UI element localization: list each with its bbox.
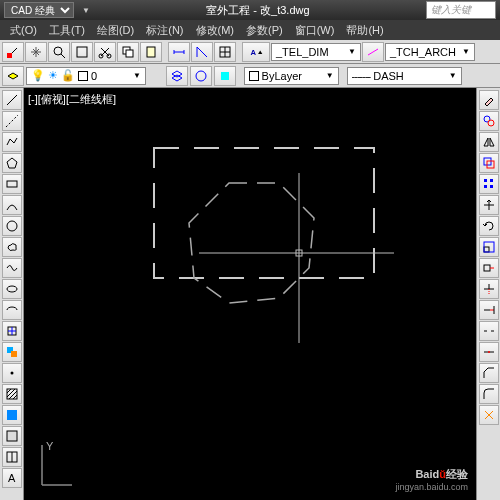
mtext-icon[interactable]: A xyxy=(2,468,22,488)
svg-rect-7 xyxy=(147,47,155,57)
chevron-down-icon: ▼ xyxy=(133,71,141,80)
line-icon[interactable] xyxy=(2,90,22,110)
offset-icon[interactable] xyxy=(479,153,499,173)
cut-icon[interactable] xyxy=(94,42,116,62)
rotate-icon[interactable] xyxy=(479,216,499,236)
menu-help[interactable]: 帮助(H) xyxy=(340,21,389,40)
extend-icon[interactable] xyxy=(479,300,499,320)
svg-point-10 xyxy=(196,71,206,81)
polyline-icon[interactable] xyxy=(2,132,22,152)
match-prop-icon[interactable] xyxy=(2,42,24,62)
layer-prop-icon[interactable] xyxy=(2,66,24,86)
svg-rect-24 xyxy=(154,148,374,278)
menu-params[interactable]: 参数(P) xyxy=(240,21,289,40)
svg-rect-37 xyxy=(484,265,490,271)
arch-style-combo[interactable]: _TCH_ARCH▼ xyxy=(385,43,475,61)
ellipse-arc-icon[interactable] xyxy=(2,300,22,320)
view-label: [-][俯视][二维线框] xyxy=(28,92,116,107)
layer-combo[interactable]: 💡☀🔓 0 ▼ xyxy=(26,67,146,85)
stretch-icon[interactable] xyxy=(479,258,499,278)
pan-icon[interactable] xyxy=(25,42,47,62)
watermark: Baidŭ经验 jingyan.baidu.com xyxy=(395,465,468,492)
ellipse-icon[interactable] xyxy=(2,279,22,299)
hatch-icon[interactable] xyxy=(2,384,22,404)
menu-window[interactable]: 窗口(W) xyxy=(289,21,341,40)
menu-format[interactable]: 式(O) xyxy=(4,21,43,40)
erase-icon[interactable] xyxy=(479,90,499,110)
paste-icon[interactable] xyxy=(140,42,162,62)
text-icon[interactable]: A xyxy=(242,42,270,62)
main-area: A [-][俯视][二维线框] Y Baidŭ经验 jingyan.baidu.… xyxy=(0,88,500,500)
dim-style-combo[interactable]: _TEL_DIM▼ xyxy=(271,43,361,61)
svg-text:A: A xyxy=(8,472,16,484)
svg-rect-21 xyxy=(7,431,17,441)
svg-rect-32 xyxy=(490,179,493,182)
menu-dimension[interactable]: 标注(N) xyxy=(140,21,189,40)
svg-rect-12 xyxy=(7,181,17,187)
polygon-icon[interactable] xyxy=(2,153,22,173)
chevron-down-icon: ▼ xyxy=(326,71,334,80)
drawing-content xyxy=(24,88,476,500)
scale-icon[interactable] xyxy=(479,237,499,257)
svg-point-18 xyxy=(11,372,14,375)
fillet-icon[interactable] xyxy=(479,384,499,404)
color-swatch xyxy=(78,71,88,81)
drawing-canvas[interactable]: [-][俯视][二维线框] Y Baidŭ经验 jingyan.baidu.co… xyxy=(24,88,476,500)
block-icon[interactable] xyxy=(2,342,22,362)
table-icon[interactable] xyxy=(214,42,236,62)
dim-tool-icon[interactable] xyxy=(362,42,384,62)
dropdown-icon[interactable]: ▼ xyxy=(82,6,90,15)
color-swatch xyxy=(249,71,259,81)
menu-modify[interactable]: 修改(M) xyxy=(190,21,241,40)
chamfer-icon[interactable] xyxy=(479,363,499,383)
zoom-icon[interactable] xyxy=(48,42,70,62)
dim-linear-icon[interactable] xyxy=(168,42,190,62)
trim-icon[interactable] xyxy=(479,279,499,299)
dim-angular-icon[interactable] xyxy=(191,42,213,62)
menu-tools[interactable]: 工具(T) xyxy=(43,21,91,40)
menu-draw[interactable]: 绘图(D) xyxy=(91,21,140,40)
svg-rect-33 xyxy=(484,185,487,188)
workspace-selector[interactable]: CAD 经典 xyxy=(4,2,74,18)
region-icon[interactable] xyxy=(2,426,22,446)
window-title: 室外工程 - 改_t3.dwg xyxy=(98,3,418,18)
xline-icon[interactable] xyxy=(2,111,22,131)
layer-states-icon[interactable] xyxy=(166,66,188,86)
svg-point-1 xyxy=(54,47,62,55)
circle-icon[interactable] xyxy=(2,216,22,236)
svg-rect-11 xyxy=(221,72,229,80)
join-icon[interactable] xyxy=(479,342,499,362)
array-icon[interactable] xyxy=(479,174,499,194)
search-input[interactable]: 键入关键 xyxy=(426,1,496,19)
rectangle-icon[interactable] xyxy=(2,174,22,194)
svg-point-28 xyxy=(488,120,494,126)
arc-icon[interactable] xyxy=(2,195,22,215)
layer-toolbar: 💡☀🔓 0 ▼ ByLayer ▼ ------- DASH ▼ xyxy=(0,64,500,88)
spline-icon[interactable] xyxy=(2,258,22,278)
mirror-icon[interactable] xyxy=(479,132,499,152)
point-icon[interactable] xyxy=(2,363,22,383)
layer-iso-icon[interactable] xyxy=(190,66,212,86)
svg-rect-17 xyxy=(11,351,17,357)
copy-mod-icon[interactable] xyxy=(479,111,499,131)
zoom-window-icon[interactable] xyxy=(71,42,93,62)
gradient-icon[interactable] xyxy=(2,405,22,425)
color-combo[interactable]: ByLayer ▼ xyxy=(244,67,339,85)
break-icon[interactable] xyxy=(479,321,499,341)
ucs-icon: Y xyxy=(34,440,74,490)
explode-icon[interactable] xyxy=(479,405,499,425)
move-icon[interactable] xyxy=(479,195,499,215)
svg-point-13 xyxy=(7,221,17,231)
layer-prev-icon[interactable] xyxy=(214,66,236,86)
revcloud-icon[interactable] xyxy=(2,237,22,257)
svg-rect-0 xyxy=(7,53,12,58)
svg-rect-20 xyxy=(7,410,17,420)
linetype-combo[interactable]: ------- DASH ▼ xyxy=(347,67,462,85)
modify-toolbar xyxy=(476,88,500,500)
svg-rect-34 xyxy=(490,185,493,188)
table-draw-icon[interactable] xyxy=(2,447,22,467)
copy-icon[interactable] xyxy=(117,42,139,62)
insert-icon[interactable] xyxy=(2,321,22,341)
svg-rect-31 xyxy=(484,179,487,182)
chevron-down-icon: ▼ xyxy=(462,47,470,56)
